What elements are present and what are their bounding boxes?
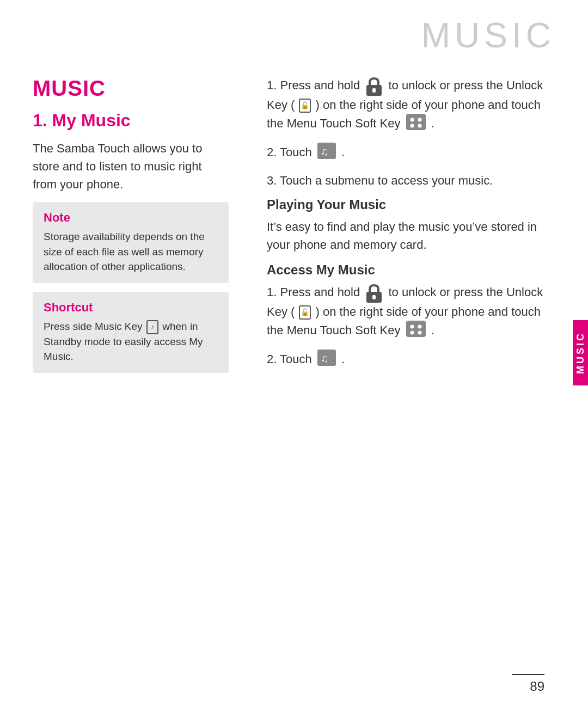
- music-note-icon-1: ♫: [317, 143, 336, 164]
- sidebar-tab-label: MUSIC: [575, 332, 586, 374]
- lock-icon-1: [365, 77, 383, 96]
- section-heading-music: MUSIC: [33, 76, 229, 101]
- step-2-intro-text: 2. Touch ♫ .: [267, 143, 345, 164]
- right-column: 1. Press and hold to unlock or press the…: [250, 60, 588, 672]
- shortcut-label: Shortcut: [44, 301, 218, 315]
- music-key-icon: ♪: [146, 320, 158, 334]
- svg-rect-2: [406, 114, 426, 130]
- sidebar-tab: MUSIC: [573, 320, 588, 385]
- svg-point-13: [418, 324, 421, 328]
- step-3-intro-text: 3. Touch a submenu to access your music.: [267, 171, 493, 189]
- intro-text: The Samba Touch allows you to store and …: [33, 139, 229, 193]
- menu-grid-icon-1: [406, 114, 426, 135]
- svg-rect-10: [372, 295, 376, 299]
- svg-point-4: [418, 118, 421, 121]
- page-number: 89: [530, 679, 544, 694]
- left-column: MUSIC 1. My Music The Samba Touch allows…: [0, 60, 250, 672]
- access-step-1-text: 1. Press and hold to unlock or press the…: [267, 283, 555, 342]
- music-note-icon-2: ♫: [317, 350, 336, 371]
- page-divider: [512, 674, 544, 675]
- header-title: MUSIC: [421, 16, 555, 55]
- step-1-intro-text: 1. Press and hold to unlock or press the…: [267, 76, 555, 135]
- svg-rect-11: [406, 321, 426, 337]
- svg-text:♫: ♫: [321, 145, 329, 157]
- page-header: MUSIC: [0, 0, 588, 56]
- svg-point-14: [410, 330, 414, 334]
- svg-rect-1: [372, 88, 376, 93]
- shortcut-text: Press side Music Key ♪ when in Standby m…: [44, 319, 218, 364]
- note-label: Note: [44, 211, 218, 225]
- access-step-2-text: 2. Touch ♫ .: [267, 350, 345, 371]
- svg-text:♫: ♫: [321, 352, 329, 364]
- note-box: Note Storage availability depends on the…: [33, 202, 229, 283]
- note-text: Storage availability depends on the size…: [44, 229, 218, 274]
- unlock-key-icon-2: 🔓: [299, 305, 311, 320]
- svg-point-3: [410, 118, 414, 121]
- access-step-1: 1. Press and hold to unlock or press the…: [267, 283, 555, 342]
- svg-point-12: [410, 324, 414, 328]
- step-1-intro: 1. Press and hold to unlock or press the…: [267, 76, 555, 135]
- shortcut-box: Shortcut Press side Music Key ♪ when in …: [33, 292, 229, 373]
- playing-text: It’s easy to find and play the music you…: [267, 218, 555, 254]
- step-3-intro: 3. Touch a submenu to access your music.: [267, 171, 555, 189]
- svg-point-5: [410, 124, 414, 127]
- playing-heading: Playing Your Music: [267, 197, 555, 212]
- svg-point-15: [418, 330, 421, 334]
- menu-grid-icon-2: [406, 321, 426, 342]
- unlock-key-icon-1: 🔓: [299, 99, 311, 113]
- svg-point-6: [418, 124, 421, 127]
- my-music-heading: 1. My Music: [33, 111, 229, 131]
- step-2-intro: 2. Touch ♫ .: [267, 143, 555, 164]
- access-heading: Access My Music: [267, 262, 555, 278]
- access-step-2: 2. Touch ♫ .: [267, 350, 555, 371]
- lock-icon-2: [365, 283, 383, 302]
- main-content: MUSIC 1. My Music The Samba Touch allows…: [0, 60, 588, 672]
